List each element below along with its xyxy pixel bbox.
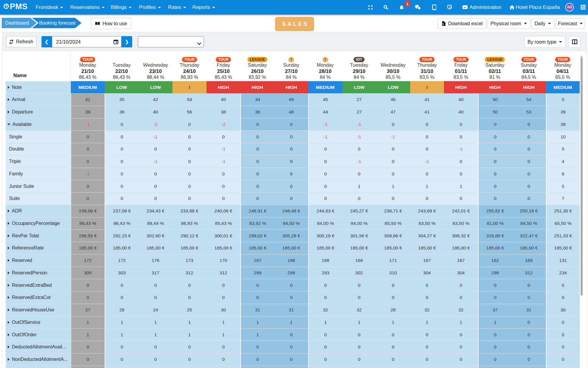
svg-text:x: x: [442, 23, 444, 25]
